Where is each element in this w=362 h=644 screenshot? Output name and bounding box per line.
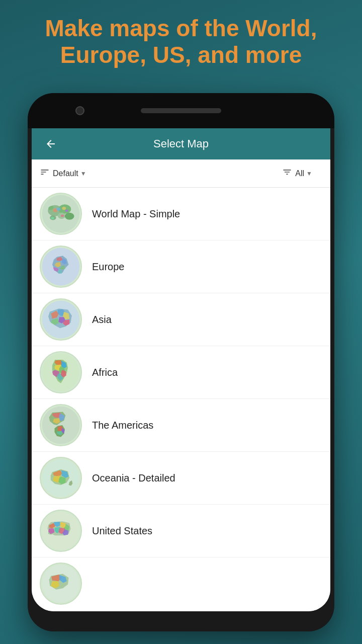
map-thumb-europe <box>40 246 82 288</box>
svg-point-8 <box>56 208 60 211</box>
map-thumb-asia <box>40 298 82 341</box>
phone-screen: Select Map Default ▼ All ▼ <box>32 128 330 611</box>
svg-point-5 <box>65 213 74 220</box>
back-button[interactable] <box>42 135 60 153</box>
map-thumb-oceania <box>40 457 82 499</box>
map-thumb-africa <box>40 351 82 393</box>
svg-point-9 <box>62 207 66 210</box>
map-label-americas: The Americas <box>92 420 153 431</box>
headline-line2: Europe, US, and more <box>60 42 302 68</box>
phone-camera <box>75 106 84 115</box>
filter-dropdown[interactable]: All ▼ <box>295 169 312 178</box>
map-label-world: World Map - Simple <box>92 208 180 220</box>
map-item-us[interactable]: United States <box>32 505 330 557</box>
app-header: Select Map <box>32 128 330 159</box>
sort-arrow: ▼ <box>80 170 86 177</box>
map-thumb-more <box>40 562 82 605</box>
phone-frame: Select Map Default ▼ All ▼ <box>28 93 334 631</box>
map-item-africa[interactable]: Africa <box>32 346 330 399</box>
screen-title: Select Map <box>65 137 297 150</box>
filter-bar: Default ▼ All ▼ <box>32 159 330 188</box>
sort-value: Default <box>53 169 78 178</box>
phone-speaker <box>141 108 221 113</box>
map-label-oceania: Oceania - Detailed <box>92 472 175 484</box>
phone-bottom <box>28 611 334 631</box>
svg-point-12 <box>51 217 54 219</box>
filter-arrow: ▼ <box>306 170 312 177</box>
sort-icon <box>40 167 50 180</box>
filter-icon <box>282 167 292 180</box>
map-item-americas[interactable]: The Americas <box>32 399 330 452</box>
sort-dropdown[interactable]: Default ▼ <box>53 169 86 178</box>
phone-topbar <box>28 93 334 128</box>
map-item-world[interactable]: World Map - Simple <box>32 188 330 240</box>
filter-value: All <box>295 169 304 178</box>
map-item-oceania[interactable]: Oceania - Detailed <box>32 452 330 505</box>
headline: Make maps of the World, Europe, US, and … <box>0 15 362 68</box>
map-item-asia[interactable]: Asia <box>32 293 330 346</box>
map-thumb-americas <box>40 404 82 446</box>
svg-point-11 <box>61 215 64 217</box>
map-list: World Map - Simple <box>32 188 330 611</box>
headline-line1: Make maps of the World, <box>45 15 317 41</box>
map-item-more[interactable] <box>32 557 330 610</box>
map-label-asia: Asia <box>92 314 112 326</box>
map-item-europe[interactable]: Europe <box>32 240 330 293</box>
svg-point-10 <box>65 209 68 212</box>
map-thumb-us <box>40 510 82 552</box>
map-label-europe: Europe <box>92 261 125 273</box>
map-label-us: United States <box>92 525 152 537</box>
map-label-africa: Africa <box>92 367 118 378</box>
map-thumb-world <box>40 193 82 235</box>
